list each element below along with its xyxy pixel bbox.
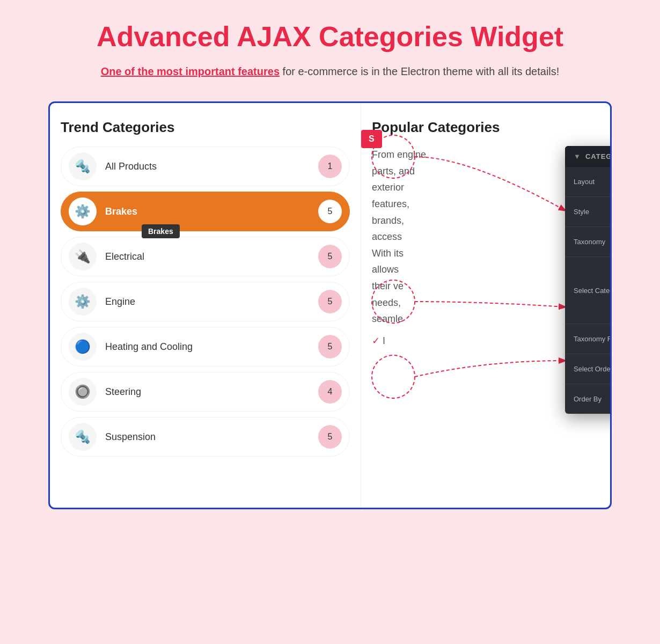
category-item[interactable]: ⚙️Engine5 [61,282,350,321]
panel-rows: LayoutListGridStyleStyle 1Style 2Style 3… [565,167,610,414]
category-count: 5 [318,290,342,313]
panel-row-label: Layout [574,178,610,186]
category-name: Heating and Cooling [105,341,318,353]
right-panel: Popular Categories S From engineparts, a… [361,103,610,508]
category-list-panel: ▼ CATEGORY LIST LayoutListGridStyleStyle… [565,146,610,414]
collapse-arrow[interactable]: ▼ [574,152,581,160]
panel-row-label: Select Category [574,287,610,295]
panel-row-label: Order By [574,395,610,403]
category-icon: 🔵 [69,333,97,361]
category-name: Electrical [105,251,318,262]
panel-row-label: Style [574,208,610,216]
categories-list: 🔩All Products1⚙️Brakes5Brakes🔌Electrical… [61,147,350,457]
category-count: 1 [318,155,342,178]
category-count: 5 [318,425,342,449]
panel-row-label: Taxonomy [574,238,610,246]
category-count: 5 [318,245,342,268]
category-name: All Products [105,161,318,172]
s-button[interactable]: S [361,130,382,148]
main-container: Trend Categories 🔩All Products1⚙️Brakes5… [48,101,612,509]
left-panel: Trend Categories 🔩All Products1⚙️Brakes5… [50,103,361,508]
panel-row: Select OrderAscendingDescending [565,354,610,384]
panel-header: ▼ CATEGORY LIST [565,146,610,167]
category-icon: 🔩 [69,152,97,180]
category-tooltip: Brakes [142,224,180,238]
category-item[interactable]: ⚙️Brakes5Brakes [61,192,350,231]
category-name: Brakes [105,206,318,217]
category-item[interactable]: 🔩Suspension5 [61,417,350,457]
panel-row-label: Select Order [574,365,610,373]
category-icon: ⚙️ [69,197,97,225]
svg-point-2 [372,355,415,398]
panel-row: LayoutListGrid [565,167,610,197]
category-count: 5 [318,335,342,358]
category-item[interactable]: 🔩All Products1 [61,147,350,186]
category-icon: 🔌 [69,243,97,270]
panel-row: Taxonomy Filter TypeIncludeExclude [565,324,610,354]
category-icon: ⚙️ [69,288,97,316]
panel-header-title: CATEGORY LIST [585,152,610,160]
panel-row: TaxonomyProduct CategoryTag [565,227,610,257]
subtitle-highlight: One of the most important features [101,65,280,77]
category-item[interactable]: 🔵Heating and Cooling5 [61,327,350,367]
trend-panel-title: Trend Categories [61,119,350,136]
page-title: Advanced AJAX Categories Widget [97,21,563,52]
category-item[interactable]: 🔘Steering4 [61,372,350,412]
category-icon: 🔩 [69,423,97,451]
popular-panel-title: Popular Categories [372,119,599,136]
category-item[interactable]: 🔌Electrical5 [61,237,350,276]
subtitle-rest: for e-commerce is in the Electron theme … [283,65,560,77]
panel-row-label: Taxonomy Filter Type [574,335,610,343]
panel-row: Order ByPost IDNameCount [565,384,610,414]
category-name: Steering [105,386,318,398]
panel-row: StyleStyle 1Style 2Style 3Style 4 [565,197,610,227]
category-count: 4 [318,380,342,404]
category-name: Engine [105,296,318,308]
category-count: 5 [318,200,342,223]
panel-row: Select Category✕ Monitors✕ Smart Monitor… [565,257,610,324]
category-icon: 🔘 [69,378,97,406]
page-subtitle: One of the most important features for e… [101,63,560,80]
category-name: Suspension [105,431,318,443]
check-icon: ✓ [372,335,380,346]
